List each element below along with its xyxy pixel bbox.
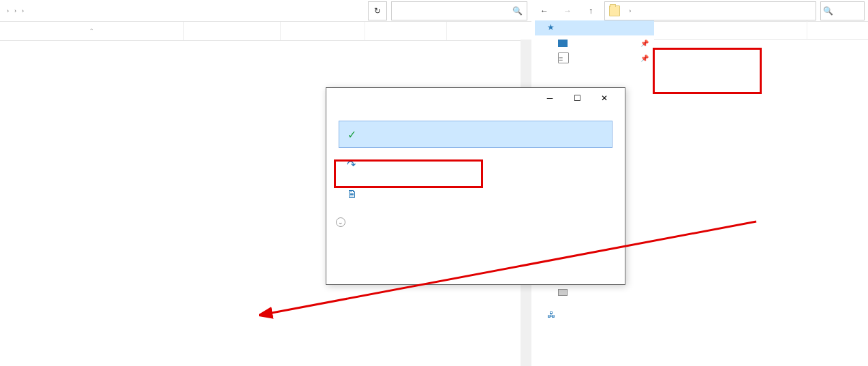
crumb-sep: › [22,7,24,14]
right-address-bar: ← → ↑ › 🔍 [535,0,868,22]
forward-button[interactable]: → [558,1,577,20]
check-icon: ✓ [347,128,360,141]
crumb-sep: › [14,7,16,14]
right-content [654,20,868,40]
col-name[interactable] [654,20,807,39]
chevron-down-icon: ⌄ [336,217,345,227]
maximize-button[interactable]: ☐ [563,89,591,108]
desktop-icon [558,40,568,47]
star-icon: ★ [547,22,558,33]
sort-indicator-icon: ⌃ [89,28,94,34]
sidebar-item-quick-access[interactable]: ★ [535,20,654,35]
replace-skip-dialog: ─ ☐ ✕ ✓ ↷ 🗎 ⌄ [326,87,625,285]
skip-icon: ↷ [347,158,359,171]
search-icon: 🔍 [823,6,833,16]
dialog-body: ✓ ↷ 🗎 [326,108,625,208]
right-column-headers[interactable] [654,20,868,40]
usb-icon [558,289,568,296]
minimize-button[interactable]: ─ [536,89,563,108]
documents-icon [558,52,569,63]
left-search-input[interactable]: 🔍 [391,1,527,20]
left-breadcrumb[interactable]: › › › [0,1,364,20]
dialog-titlebar: ─ ☐ ✕ [326,88,625,108]
compare-icon: 🗎 [347,188,359,200]
crumb-sep: › [629,7,631,14]
option-replace[interactable]: ✓ [339,121,613,148]
right-search-input[interactable]: 🔍 [820,1,865,20]
col-name[interactable]: ⌃ [0,22,184,40]
sidebar-item-drive-f[interactable] [535,285,654,300]
search-icon: 🔍 [512,6,523,16]
up-button[interactable]: ↑ [581,1,600,20]
option-decide[interactable]: 🗎 [339,181,613,208]
dialog-footer[interactable]: ⌄ [326,211,625,227]
left-address-bar: › › › ↻ 🔍 [0,0,531,22]
pin-icon: 📌 [640,55,649,62]
folder-icon [609,5,620,16]
crumb-sep: › [7,7,9,14]
col-date[interactable] [184,22,281,40]
right-breadcrumb[interactable]: › [604,1,816,20]
sidebar-item-documents[interactable]: 📌 [535,50,654,65]
close-button[interactable]: ✕ [591,89,618,108]
back-button[interactable]: ← [535,1,554,20]
left-column-headers[interactable]: ⌃ [0,22,531,41]
network-icon: 🖧 [547,310,558,321]
pin-icon: 📌 [640,40,649,47]
col-type[interactable] [281,22,365,40]
col-size[interactable] [365,22,447,40]
refresh-button[interactable]: ↻ [368,1,387,20]
option-skip[interactable]: ↷ [339,151,613,178]
col-date[interactable] [807,20,868,39]
sidebar-item-desktop[interactable]: 📌 [535,35,654,50]
sidebar-item-network[interactable]: 🖧 [535,308,654,323]
